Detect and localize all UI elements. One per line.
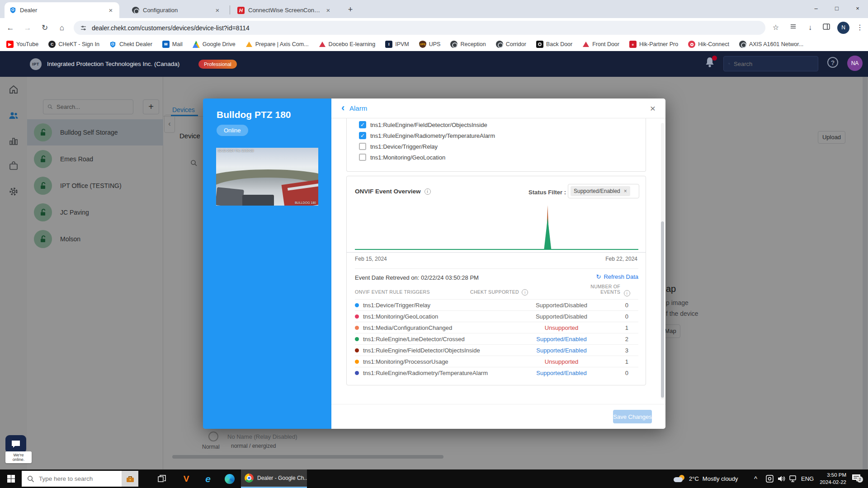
download-icon[interactable]: ↓ — [804, 21, 816, 34]
bookmark-chekt-dealer[interactable]: Chekt Dealer — [109, 41, 152, 48]
tab-close-icon[interactable]: × — [107, 6, 115, 14]
info-icon[interactable]: i — [624, 290, 630, 296]
url-input[interactable] — [92, 24, 725, 32]
bookmark-prepare-axis[interactable]: Prepare | Axis Com... — [245, 41, 309, 48]
language-indicator[interactable]: ENG — [801, 469, 814, 488]
weather-widget[interactable]: 2°C Mostly cloudy — [674, 469, 738, 488]
back-chevron-icon[interactable]: ‹ — [341, 102, 344, 114]
bookmark-docebo[interactable]: Docebo E-learning — [319, 41, 376, 48]
briefcase-icon[interactable] — [122, 471, 138, 487]
support-status: Supported/Enabled — [516, 336, 607, 343]
tab-connectwise[interactable]: H ConnectWise ScreenConnect R × — [233, 2, 337, 18]
user-avatar[interactable]: NA — [847, 56, 863, 71]
tray-expand-icon[interactable]: ^ — [754, 469, 757, 488]
close-icon[interactable]: × — [650, 103, 656, 114]
volume-icon[interactable] — [778, 469, 786, 488]
checkbox-icon[interactable]: ✓ — [359, 121, 366, 128]
bookmark-mail[interactable]: ✉Mail — [162, 41, 183, 48]
bookmark-google-drive[interactable]: Google Drive — [193, 41, 236, 48]
bookmark-front-door[interactable]: Front Door — [582, 41, 619, 48]
tab-close-icon[interactable]: × — [213, 6, 222, 14]
plan-badge: Professional — [198, 60, 237, 69]
reload-icon[interactable]: ↻ — [38, 21, 52, 35]
taskbar-search-input[interactable] — [39, 475, 111, 482]
hik-connect-favicon — [688, 41, 695, 48]
event-checkbox-row[interactable]: ✓ tns1:RuleEngine/FieldDetector/ObjectsI… — [359, 119, 487, 130]
chat-widget[interactable]: We're online. — [5, 435, 32, 463]
modal-scrollbar[interactable] — [661, 123, 664, 399]
bookmark-reception[interactable]: Reception — [450, 41, 486, 48]
start-button[interactable] — [0, 469, 22, 488]
bookmark-corridor[interactable]: Corridor — [496, 41, 526, 48]
window-minimize-button[interactable]: – — [806, 0, 826, 17]
task-view-icon[interactable] — [152, 469, 172, 488]
checkbox-icon[interactable]: ✓ — [359, 132, 366, 139]
info-icon[interactable]: i — [522, 289, 528, 296]
notifications-bell-icon[interactable] — [704, 56, 716, 70]
taskbar-search[interactable] — [22, 471, 138, 487]
bookmark-hik-connect[interactable]: Hik-Connect — [688, 41, 729, 48]
table-row: tns1:Device/Trigger/Relay Supported/Disa… — [355, 299, 638, 310]
bookmark-chekt-signin[interactable]: CCHeKT - Sign In — [48, 41, 99, 48]
chip-remove-icon[interactable]: × — [624, 188, 627, 194]
save-changes-button[interactable]: Save Changes — [613, 410, 652, 423]
meet-now-icon[interactable] — [766, 469, 774, 488]
warning-favicon — [582, 41, 590, 48]
camera-thumbnail[interactable]: 02-22-2024 Thu 15:50:28 BULLDOG 180 — [216, 148, 318, 206]
header-search-input[interactable] — [734, 61, 813, 67]
action-center-icon[interactable]: 2 — [852, 469, 861, 488]
bookmark-ipvm[interactable]: IIPVM — [385, 41, 409, 48]
extensions-icon[interactable] — [787, 21, 799, 34]
scrollbar-thumb[interactable] — [661, 221, 664, 398]
app-header: IPT Integrated Protection Technologies I… — [0, 51, 868, 77]
checkbox-icon[interactable]: ✓ — [359, 154, 366, 161]
bookmark-ups[interactable]: UPSUPS — [419, 41, 441, 48]
side-panel-icon[interactable] — [820, 21, 833, 34]
modal-title[interactable]: Alarm — [349, 104, 367, 112]
event-checkbox-row[interactable]: ✓ tns1:RuleEngine/Radiometry/Temperature… — [359, 130, 495, 141]
window-maximize-button[interactable]: □ — [826, 0, 847, 17]
tab-configuration[interactable]: Configuration × — [127, 2, 226, 18]
tab-divider — [230, 5, 230, 14]
header-search[interactable] — [723, 56, 818, 71]
status-filter-chip[interactable]: Supported/Enabled × — [571, 186, 630, 196]
status-filter-select[interactable]: Supported/Enabled × — [568, 184, 639, 198]
event-checkbox-row[interactable]: ✓ tns1:Device/Trigger/Relay — [359, 141, 438, 152]
bookmark-star-icon[interactable]: ☆ — [769, 21, 782, 34]
bookmark-back-door[interactable]: Back Door — [536, 41, 572, 48]
tab-dealer[interactable]: Dealer × — [5, 2, 119, 18]
chat-bubble-icon[interactable] — [5, 435, 26, 453]
event-count: 2 — [607, 336, 638, 343]
new-tab-button[interactable]: + — [344, 4, 356, 16]
tab-close-icon[interactable]: × — [324, 6, 332, 14]
browser-profile-avatar[interactable]: N — [837, 22, 849, 34]
address-bar[interactable] — [74, 21, 765, 35]
internet-explorer-icon[interactable]: e — [198, 469, 218, 488]
bookmark-hik-partner[interactable]: eHik-Partner Pro — [629, 41, 678, 48]
help-icon[interactable]: ? — [827, 57, 838, 68]
support-status: Supported/Enabled — [516, 370, 607, 376]
info-icon[interactable]: i — [425, 188, 431, 195]
table-row: tns1:Monitoring/GeoLocation Supported/Di… — [355, 310, 638, 322]
shield-favicon — [109, 41, 117, 48]
company-name: Integrated Protection Technologies Inc. … — [47, 61, 179, 67]
taskbar-chrome-window[interactable]: Dealer - Google Ch... — [241, 469, 307, 488]
bookmark-axis[interactable]: AXIS A1601 Networ... — [739, 41, 803, 48]
axis-end-date: Feb 22, 2024 — [605, 256, 637, 262]
app-icon-v[interactable]: V — [176, 469, 196, 488]
checkbox-icon[interactable]: ✓ — [359, 143, 366, 150]
browser-menu-icon[interactable]: ⋮ — [854, 21, 866, 34]
chart-spike-supported — [544, 218, 551, 249]
network-icon[interactable] — [789, 469, 798, 488]
bookmark-youtube[interactable]: ▶YouTube — [6, 41, 38, 48]
forward-icon[interactable]: → — [21, 21, 34, 35]
taskbar-clock[interactable]: 3:50 PM 2024-02-22 — [814, 471, 846, 486]
home-icon[interactable]: ⌂ — [55, 21, 69, 35]
hik-partner-favicon: e — [629, 41, 637, 48]
edge-icon[interactable] — [220, 469, 240, 488]
refresh-data-link[interactable]: ↻ Refresh Data — [596, 273, 639, 280]
site-settings-icon[interactable] — [80, 24, 87, 32]
window-close-button[interactable]: × — [847, 0, 868, 17]
back-icon[interactable]: ← — [4, 21, 17, 35]
event-checkbox-row[interactable]: ✓ tns1:Monitoring/GeoLocation — [359, 152, 445, 163]
